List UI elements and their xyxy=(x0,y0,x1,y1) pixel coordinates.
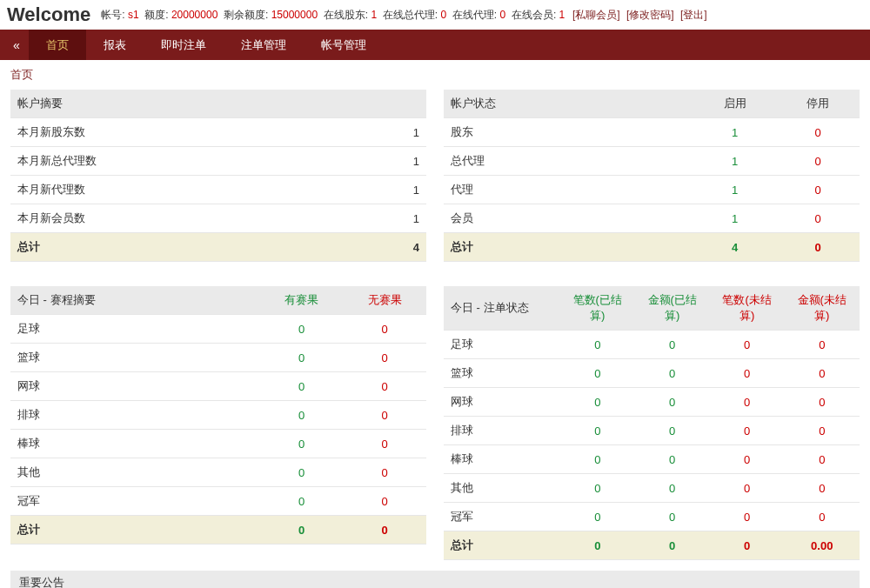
total-row: 总计4 xyxy=(10,233,426,262)
acct-status-title: 帐户状态 xyxy=(444,90,693,118)
table-row: 会员10 xyxy=(444,204,860,233)
main-nav: « 首页 报表 即时注单 注单管理 帐号管理 xyxy=(0,30,870,60)
change-password-link[interactable]: [修改密码] xyxy=(626,9,674,21)
table-row: 股东10 xyxy=(444,118,860,147)
important-announcement-header: 重要公告 xyxy=(10,571,860,588)
bet-status-table: 今日 - 注单状态 笔数(已结算) 金额(已结算) 笔数(未结算) 金额(未结算… xyxy=(444,286,860,560)
header-bar: Welcome 帐号: s1 额度: 20000000 剩余额度: 150000… xyxy=(0,0,870,30)
table-row: 网球0000 xyxy=(444,388,860,417)
table-row: 本月新股东数1 xyxy=(10,118,426,147)
total-row: 总计0000.00 xyxy=(444,531,860,560)
welcome-title: Welcome xyxy=(7,3,90,26)
table-row: 棒球00 xyxy=(10,430,426,458)
account-summary-table: 帐户摘要 本月新股东数1 本月新总代理数1 本月新代理数1 本月新会员数1 总计… xyxy=(10,90,426,262)
announcements-section: 重要公告 暂无此类公告 一般公告 暂无此类公告 xyxy=(0,571,870,588)
total-row: 总计40 xyxy=(444,233,860,262)
table-row: 本月新会员数1 xyxy=(10,204,426,233)
nav-report[interactable]: 报表 xyxy=(86,30,144,60)
header-info: 帐号: s1 额度: 20000000 剩余额度: 15000000 在线股东:… xyxy=(101,8,708,23)
account-status-table: 帐户状态 启用 停用 股东10 总代理10 代理10 会员10 总计40 xyxy=(444,90,860,262)
table-row: 总代理10 xyxy=(444,147,860,176)
private-chat-link[interactable]: [私聊会员] xyxy=(572,9,620,21)
logout-link[interactable]: [登出] xyxy=(680,9,707,21)
nav-account-manage[interactable]: 帐号管理 xyxy=(304,30,384,60)
table-row: 网球00 xyxy=(10,372,426,401)
table-row: 本月新代理数1 xyxy=(10,176,426,204)
table-row: 棒球0000 xyxy=(444,445,860,474)
table-row: 冠军0000 xyxy=(444,503,860,531)
table-row: 篮球0000 xyxy=(444,359,860,388)
match-summary-title: 今日 - 赛程摘要 xyxy=(10,286,260,315)
nav-bet-manage[interactable]: 注单管理 xyxy=(224,30,304,60)
table-row: 足球00 xyxy=(10,315,426,344)
table-row: 代理10 xyxy=(444,176,860,204)
table-row: 篮球00 xyxy=(10,344,426,372)
acct-summary-title: 帐户摘要 xyxy=(10,90,426,118)
table-row: 排球0000 xyxy=(444,417,860,445)
nav-home[interactable]: 首页 xyxy=(29,30,86,60)
table-row: 冠军00 xyxy=(10,487,426,516)
table-row: 本月新总代理数1 xyxy=(10,147,426,176)
table-row: 其他0000 xyxy=(444,474,860,503)
table-row: 其他00 xyxy=(10,458,426,487)
bet-status-title: 今日 - 注单状态 xyxy=(444,286,560,331)
nav-live-bet[interactable]: 即时注单 xyxy=(144,30,224,60)
table-row: 足球0000 xyxy=(444,331,860,359)
collapse-icon[interactable]: « xyxy=(4,38,29,52)
table-row: 排球00 xyxy=(10,401,426,430)
total-row: 总计00 xyxy=(10,516,426,545)
breadcrumb: 首页 xyxy=(0,60,870,90)
match-summary-table: 今日 - 赛程摘要 有赛果 无赛果 足球00 篮球00 网球00 排球00 棒球… xyxy=(10,286,426,545)
